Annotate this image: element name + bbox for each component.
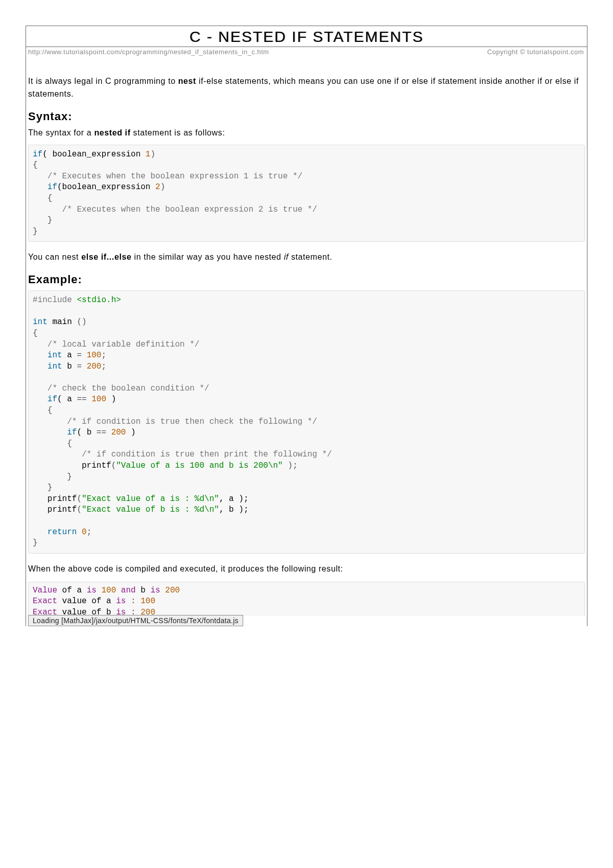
- tok: /* check the boolean condition */: [33, 384, 209, 393]
- tok: main: [48, 317, 77, 327]
- meta-row: http://www.tutorialspoint.com/cprogrammi…: [26, 47, 587, 58]
- tok: printf: [33, 461, 111, 470]
- tok: Exact: [33, 597, 62, 606]
- tok: [33, 395, 48, 404]
- tok: {: [33, 194, 52, 203]
- tok: 200: [165, 586, 180, 595]
- tok: (): [77, 317, 86, 327]
- title-block: C - NESTED IF STATEMENTS: [26, 26, 587, 47]
- tok: ;: [87, 528, 92, 537]
- tok: ;: [101, 351, 106, 360]
- tok: [106, 428, 111, 437]
- tok: [33, 182, 48, 192]
- tok: if: [67, 428, 77, 437]
- tok: a: [101, 597, 116, 606]
- between-post: statement.: [289, 253, 333, 261]
- page-title: C - NESTED IF STATEMENTS: [26, 28, 587, 45]
- intro-paragraph: It is always legal in C programming to n…: [28, 75, 585, 101]
- tok: [77, 528, 82, 537]
- tok: 2: [155, 182, 160, 192]
- tok: /* if condition is true then check the f…: [33, 417, 317, 426]
- tok: ): [150, 150, 155, 159]
- tok: [82, 362, 87, 371]
- intro-bold: nest: [178, 77, 196, 85]
- tok: :: [126, 597, 140, 606]
- between-ital: if: [284, 253, 289, 261]
- tok: =: [77, 362, 82, 371]
- tok: ): [126, 428, 135, 437]
- tok: ( b: [77, 428, 96, 437]
- tok: <stdio.h>: [77, 295, 121, 305]
- tok: }: [33, 227, 38, 236]
- tok: b: [62, 362, 77, 371]
- tok: is: [87, 586, 97, 595]
- tok: if: [48, 395, 57, 404]
- tok: /* local variable definition */: [33, 340, 199, 349]
- tok: of: [91, 597, 101, 606]
- tok: 200: [87, 362, 102, 371]
- tok: [116, 586, 121, 595]
- tok: and: [121, 586, 136, 595]
- output-block: Value of a is 100 and b is 200 Exact val…: [28, 582, 585, 616]
- tok: }: [33, 483, 52, 492]
- output-clip: Value of a is 100 and b is 200 Exact val…: [28, 582, 585, 616]
- tok: 100: [91, 395, 106, 404]
- syntax-code-block: if( boolean_expression 1) { /* Executes …: [28, 145, 585, 242]
- tok: /* Executes when the boolean expression …: [33, 172, 302, 181]
- tok: [160, 586, 166, 595]
- tok: (: [77, 494, 82, 504]
- tok: of: [62, 586, 72, 595]
- tok: [33, 428, 67, 437]
- tok: {: [33, 329, 38, 338]
- outro-paragraph: When the above code is compiled and exec…: [28, 563, 585, 576]
- syntax-lead-pre: The syntax for a: [28, 128, 94, 137]
- tok: [87, 395, 92, 404]
- tok: b: [136, 586, 151, 595]
- tok: ( boolean_expression: [42, 150, 146, 159]
- between-mid: in the similar way as you have nested: [131, 253, 284, 261]
- mathjax-loading-bar: Loading [MathJax]/jax/output/HTML-CSS/fo…: [28, 615, 243, 626]
- tok: return: [48, 528, 77, 537]
- tok: is: [116, 597, 126, 606]
- tok: int: [33, 351, 62, 360]
- tok: #include: [33, 295, 77, 305]
- tok: ==: [97, 428, 106, 437]
- tok: 200: [111, 428, 126, 437]
- tok: is: [150, 586, 160, 595]
- tok: if: [48, 182, 57, 192]
- tok: a: [72, 586, 87, 595]
- copyright-text: Copyright © tutorialspoint.com: [487, 48, 584, 56]
- between-pre: You can nest: [28, 253, 81, 261]
- tok: [82, 351, 87, 360]
- syntax-heading: Syntax:: [28, 110, 585, 123]
- tok: "Exact value of a is : %d\n": [82, 494, 219, 504]
- tok: 100: [87, 351, 102, 360]
- tok: {: [33, 406, 52, 415]
- tok: ): [106, 395, 116, 404]
- tok: {: [33, 439, 72, 448]
- tok: }: [33, 538, 38, 547]
- tok: {: [33, 161, 38, 170]
- tok: "Value of a is 100 and b is 200\n": [116, 461, 282, 470]
- tok: (: [111, 461, 116, 470]
- tok: 0: [82, 528, 87, 537]
- document-page: C - NESTED IF STATEMENTS http://www.tuto…: [26, 26, 587, 626]
- intro-text-pre: It is always legal in C programming to: [28, 77, 178, 85]
- tok: [33, 528, 48, 537]
- between-bold: else if...else: [81, 253, 131, 261]
- example-code-block: #include <stdio.h> int main () { /* loca…: [28, 290, 585, 554]
- syntax-lead-post: statement is as follows:: [131, 128, 225, 137]
- tok: (boolean_expression: [57, 182, 155, 192]
- example-heading: Example:: [28, 273, 585, 286]
- tok: 100: [140, 597, 155, 606]
- tok: ;: [101, 362, 106, 371]
- tok: 100: [101, 586, 116, 595]
- between-paragraph: You can nest else if...else in the simil…: [28, 251, 585, 264]
- tok: 1: [146, 150, 151, 159]
- tok: printf: [33, 494, 77, 504]
- tok: printf: [33, 505, 77, 514]
- tok: value: [62, 597, 92, 606]
- tok: (: [77, 505, 82, 514]
- content-area: It is always legal in C programming to n…: [26, 75, 587, 626]
- tok: int: [33, 362, 62, 371]
